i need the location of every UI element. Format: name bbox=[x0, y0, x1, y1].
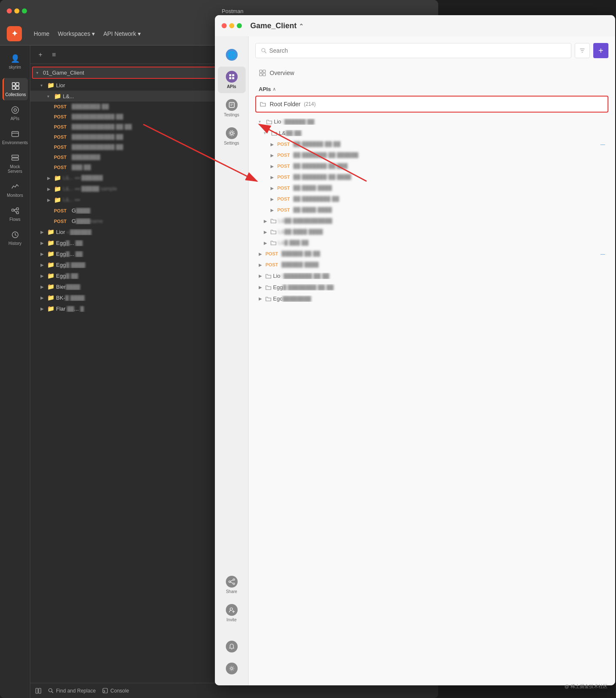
folder-icon bbox=[271, 229, 276, 235]
close-button[interactable] bbox=[7, 8, 12, 13]
chevron: ▶ bbox=[40, 295, 46, 300]
method-post: POST bbox=[277, 174, 290, 180]
sidebar-item-flows[interactable]: Flows bbox=[3, 203, 28, 225]
monitors-icon bbox=[11, 182, 20, 191]
chevron: ▶ bbox=[47, 198, 52, 202]
request-label: ██████ ██ ██ bbox=[281, 251, 599, 257]
folder-label: L&█ ███ ██ bbox=[278, 240, 605, 246]
api-sidebar-gear[interactable] bbox=[218, 658, 246, 679]
svg-rect-0 bbox=[12, 83, 15, 86]
sidebar-item-environments[interactable]: Environments bbox=[3, 126, 28, 148]
api-badge: — bbox=[600, 142, 605, 147]
settings-icon bbox=[226, 127, 238, 139]
api-request-5[interactable]: ▶ POST ██ ████ ████ bbox=[255, 183, 608, 193]
api-request-1[interactable]: ▶ POST ██ ██████ ██ ██ — bbox=[255, 139, 608, 150]
api-request-4[interactable]: ▶ POST ██ ███████ ██ ████ bbox=[255, 172, 608, 183]
api-folder-l-more2[interactable]: ▶ L&██ ████ ████ bbox=[255, 226, 608, 237]
maximize-button[interactable] bbox=[22, 8, 27, 13]
sidebar-item-collections[interactable]: Collections bbox=[3, 78, 28, 100]
api-request-7[interactable]: ▶ POST ██ ████ ████ bbox=[255, 204, 608, 215]
folder-icon-2: 📁 bbox=[54, 93, 61, 99]
badge: — bbox=[600, 251, 605, 256]
chevron: ▶ bbox=[271, 142, 276, 147]
add-collection-button[interactable]: + bbox=[35, 50, 46, 60]
api-sidebar-avatar[interactable]: 🌐 bbox=[218, 45, 246, 65]
api-folder-l-more3[interactable]: ▶ L&█ ███ ██ bbox=[255, 237, 608, 248]
api-request-6[interactable]: ▶ POST ██ ████████ ██ bbox=[255, 193, 608, 204]
lamp-chevron: ▾ bbox=[47, 94, 52, 99]
api-minimize-button[interactable] bbox=[229, 23, 234, 28]
home-nav[interactable]: Home bbox=[34, 30, 49, 37]
chevron: ▶ bbox=[40, 285, 46, 289]
api-request-root-2[interactable]: ▶ POST ██████ ████ bbox=[255, 259, 608, 270]
api-maximize-button[interactable] bbox=[237, 23, 242, 28]
request-label: ██ ███████ ██ ██████ bbox=[293, 152, 605, 158]
api-folder-l-more1[interactable]: ▶ L&██ ███████████ bbox=[255, 215, 608, 226]
apis-icon bbox=[11, 105, 20, 115]
overview-icon bbox=[259, 69, 266, 77]
api-sidebar-apis[interactable]: APIs bbox=[218, 67, 246, 93]
request-label: ██ ████ ████ bbox=[293, 207, 605, 213]
svg-rect-9 bbox=[12, 158, 19, 160]
method-badge-post: POST bbox=[54, 124, 70, 129]
api-request-2[interactable]: ▶ POST ██ ███████ ██ ██████ bbox=[255, 150, 608, 161]
api-egg-sub-label: Egg█ ████████ ██ ██ bbox=[273, 284, 605, 290]
sidebar-item-apis[interactable]: APIs bbox=[3, 102, 28, 124]
chevron: ▶ bbox=[271, 208, 276, 212]
method-badge-post: POST bbox=[54, 134, 70, 140]
folder-icon: 📁 bbox=[47, 305, 54, 312]
overview-label: Overview bbox=[270, 70, 294, 76]
console-button[interactable]: Console bbox=[102, 688, 129, 694]
folder-icon bbox=[266, 119, 272, 125]
apis-label: APIs bbox=[11, 116, 19, 121]
workspaces-nav[interactable]: Workspaces ▾ bbox=[58, 30, 95, 37]
root-folder-label: Root Folder bbox=[270, 101, 300, 107]
api-close-button[interactable] bbox=[222, 23, 227, 28]
api-sidebar-invite[interactable]: Invite bbox=[218, 600, 246, 626]
svg-point-29 bbox=[229, 131, 234, 136]
api-request-3[interactable]: ▶ POST ██ ███████ ██ ███ bbox=[255, 161, 608, 172]
request-label: ██ ███████ ██ ████ bbox=[293, 174, 605, 180]
api-sidebar-bell[interactable] bbox=[218, 636, 246, 657]
api-search-input-field[interactable] bbox=[269, 47, 566, 54]
method-post: POST bbox=[277, 164, 290, 169]
api-request-root-1[interactable]: ▶ POST ██████ ██ ██ — bbox=[255, 248, 608, 259]
api-folder-lamp[interactable]: ▾ L&██ ██ bbox=[255, 127, 608, 139]
api-network-nav[interactable]: API Network ▾ bbox=[103, 30, 141, 37]
api-sidebar-settings[interactable]: Settings bbox=[218, 123, 246, 150]
sidebar-item-history[interactable]: History bbox=[3, 227, 28, 249]
watermark: @ 稀土掘金技术社区 bbox=[565, 683, 608, 690]
filter-button[interactable]: ≡ bbox=[49, 50, 59, 60]
api-folder-egg-sub[interactable]: ▶ Egg█ ████████ ██ ██ bbox=[255, 282, 608, 293]
testings-sidebar-label: Testings bbox=[224, 113, 239, 117]
api-add-button[interactable]: + bbox=[593, 43, 608, 58]
method-badge-post: POST bbox=[54, 155, 70, 160]
sidebar-item-mock-servers[interactable]: Mock Servers bbox=[3, 150, 28, 177]
user-area[interactable]: 👤 skyrim bbox=[3, 51, 28, 73]
find-replace-button[interactable]: Find and Replace bbox=[48, 688, 96, 694]
api-sidebar-testings[interactable]: Testings bbox=[218, 95, 246, 121]
mock-servers-icon bbox=[11, 153, 20, 163]
svg-line-34 bbox=[230, 582, 233, 583]
folder-icon: 📁 bbox=[47, 283, 54, 290]
svg-line-14 bbox=[14, 210, 16, 213]
svg-rect-11 bbox=[16, 208, 19, 210]
apis-section-header[interactable]: APIs ∧ bbox=[255, 83, 608, 96]
api-filter-button[interactable] bbox=[575, 43, 590, 58]
api-folder-lior[interactable]: ▾ Lior ██████ ██ bbox=[255, 116, 608, 127]
chevron: ▶ bbox=[259, 252, 264, 256]
chevron: ▶ bbox=[271, 186, 276, 191]
sidebar-item-monitors[interactable]: Monitors bbox=[3, 179, 28, 201]
folder-icon: 📁 bbox=[47, 82, 54, 89]
api-overview-item[interactable]: Overview bbox=[255, 65, 608, 81]
minimize-button[interactable] bbox=[14, 8, 19, 13]
svg-rect-10 bbox=[12, 209, 14, 211]
api-folder-egc-sub[interactable]: ▶ Egc████████ bbox=[255, 293, 608, 304]
testings-icon bbox=[226, 99, 238, 111]
api-sidebar-share[interactable]: Share bbox=[218, 572, 246, 598]
root-folder-item[interactable]: Root Folder (214) bbox=[255, 96, 608, 113]
layout-toggle-button[interactable] bbox=[35, 688, 41, 694]
chevron: ▶ bbox=[40, 252, 46, 256]
method-post: POST bbox=[277, 196, 290, 201]
api-folder-lior-sub[interactable]: ▶ Lior ████████ ██ ██ bbox=[255, 270, 608, 282]
